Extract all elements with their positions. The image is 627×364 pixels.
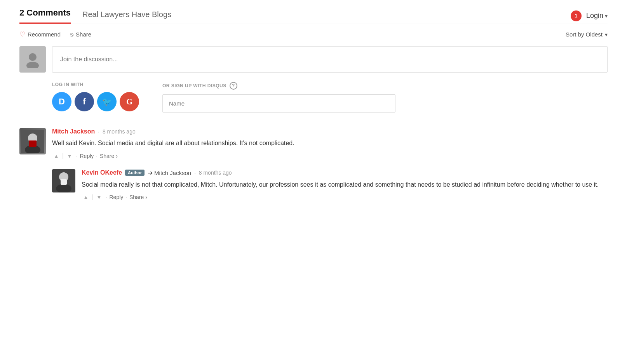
tab-blog[interactable]: Real Lawyers Have Blogs (82, 10, 171, 24)
login-with-label: LOG IN WITH (52, 82, 139, 87)
comment-text: Social media really is not that complica… (82, 180, 608, 190)
svg-rect-5 (29, 140, 37, 147)
notification-badge: 1 (571, 10, 582, 21)
share-comment-button[interactable]: Share › (100, 153, 118, 159)
tab-comments[interactable]: 2 Comments (19, 8, 71, 24)
login-with-section: LOG IN WITH D f 🐦 G (52, 82, 139, 111)
twitter-login-button[interactable]: 🐦 (97, 92, 117, 111)
kevin-avatar-icon (52, 169, 75, 192)
comment-meta: Kevin OKeefe Author ➜ Mitch Jackson · 8 … (82, 169, 608, 177)
downvote-button[interactable]: ▼ (95, 193, 103, 201)
heart-icon: ♡ (19, 30, 25, 38)
user-avatar-placeholder (19, 46, 46, 73)
twitter-icon: 🐦 (102, 97, 112, 106)
upvote-button[interactable]: ▲ (82, 193, 90, 201)
table-row: Mitch Jackson · 8 months ago Well said K… (19, 128, 608, 160)
share-comment-button[interactable]: Share › (129, 194, 147, 200)
comment-actions: ▲ | ▼ · Reply · Share › (82, 193, 608, 201)
facebook-login-button[interactable]: f (75, 92, 94, 111)
chevron-down-icon: ▾ (605, 31, 608, 38)
google-icon: G (126, 97, 132, 106)
comment-input-area (19, 46, 608, 73)
share-button[interactable]: ⎋ Share (70, 31, 91, 38)
signup-section: OR SIGN UP WITH DISQUS ? (162, 82, 608, 113)
comment-text-input[interactable] (52, 46, 608, 73)
svg-rect-9 (61, 179, 67, 185)
arrow-right-icon: ➜ (148, 169, 153, 177)
table-row: Kevin OKeefe Author ➜ Mitch Jackson · 8 … (52, 169, 608, 201)
social-icons-group: D f 🐦 G (52, 92, 139, 111)
name-input[interactable] (162, 94, 395, 113)
login-button[interactable]: Login ▾ (586, 12, 608, 20)
comment-body: Kevin OKeefe Author ➜ Mitch Jackson · 8 … (82, 169, 608, 201)
comment-author-mitch[interactable]: Mitch Jackson (52, 128, 95, 135)
avatar (19, 128, 46, 154)
comment-author-kevin[interactable]: Kevin OKeefe (82, 169, 122, 176)
disqus-login-button[interactable]: D (52, 92, 71, 111)
downvote-button[interactable]: ▼ (65, 152, 74, 160)
help-icon[interactable]: ? (230, 82, 237, 90)
comment-time: 8 months ago (103, 128, 136, 135)
user-silhouette-icon (24, 51, 41, 68)
author-badge: Author (125, 170, 145, 176)
comment-text: Well said Kevin. Social media and digita… (52, 138, 608, 148)
chevron-down-icon: ▾ (605, 13, 608, 19)
reply-button[interactable]: Reply (110, 194, 124, 200)
comments-section: Mitch Jackson · 8 months ago Well said K… (19, 128, 608, 201)
upvote-button[interactable]: ▲ (52, 152, 61, 160)
comment-actions: ▲ | ▼ · Reply · Share › (52, 152, 608, 160)
auth-section: LOG IN WITH D f 🐦 G OR SIGN UP WITH DISQ… (19, 82, 608, 113)
reply-to: ➜ Mitch Jackson (148, 169, 191, 177)
reply-button[interactable]: Reply (80, 153, 94, 159)
google-login-button[interactable]: G (120, 92, 139, 111)
comment-body: Mitch Jackson · 8 months ago Well said K… (52, 128, 608, 160)
comment-meta: Mitch Jackson · 8 months ago (52, 128, 608, 135)
header-tabs: 2 Comments Real Lawyers Have Blogs 1 Log… (19, 8, 608, 24)
action-bar: ♡ Recommend ⎋ Share Sort by Oldest ▾ (19, 30, 608, 38)
svg-point-1 (26, 62, 39, 68)
svg-point-0 (29, 53, 37, 61)
facebook-icon: f (83, 97, 85, 107)
avatar (52, 169, 75, 192)
recommend-button[interactable]: ♡ Recommend (19, 30, 61, 38)
sort-dropdown[interactable]: Sort by Oldest ▾ (566, 31, 608, 38)
share-icon: ⎋ (70, 31, 73, 38)
disqus-icon: D (59, 97, 65, 107)
header-right: 1 Login ▾ (571, 10, 608, 21)
comment-time: 8 months ago (199, 170, 232, 176)
mitch-avatar-icon (21, 130, 44, 153)
signup-label: OR SIGN UP WITH DISQUS ? (162, 82, 608, 90)
